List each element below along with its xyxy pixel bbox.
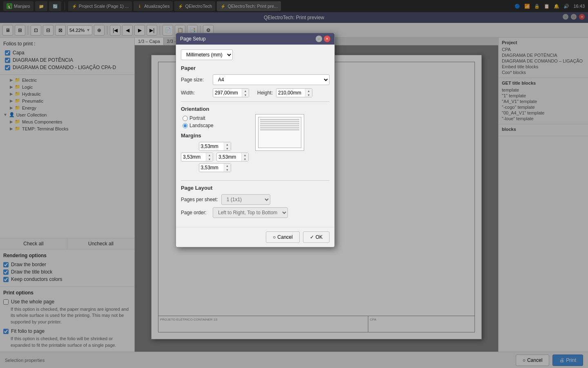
margin-top-arrows: ▲ ▼ bbox=[224, 142, 231, 150]
width-label: Width: bbox=[181, 90, 209, 96]
landscape-option[interactable]: Landscape bbox=[183, 123, 214, 128]
margin-top-up[interactable]: ▲ bbox=[224, 142, 231, 146]
dimensions-row: Width: ▲ ▼ Height: ▲ ▼ bbox=[181, 88, 330, 97]
divider-1 bbox=[181, 101, 330, 102]
page-order-label: Page order: bbox=[181, 210, 209, 215]
margin-left-spinbox: ▲ ▼ bbox=[181, 153, 213, 162]
margin-top-spinbox: ▲ ▼ bbox=[199, 142, 231, 151]
page-setup-dialog: Page Setup − ✕ Millimeters (mm) Inches (… bbox=[176, 33, 335, 247]
dialog-minimize-button[interactable]: − bbox=[316, 36, 322, 42]
page-layout-section: Page Layout Pages per sheet: 1 (1x1) 2 (… bbox=[181, 185, 330, 218]
orientation-row: Portrait bbox=[183, 115, 249, 121]
margin-left-input[interactable] bbox=[181, 153, 206, 161]
height-input[interactable] bbox=[276, 89, 305, 97]
margin-bottom-arrows: ▲ ▼ bbox=[224, 164, 231, 172]
margin-left-arrows: ▲ ▼ bbox=[206, 153, 213, 161]
thumb-line-4 bbox=[260, 125, 299, 126]
height-label: Height: bbox=[252, 90, 273, 96]
orientation-section: Orientation Portrait Landscape bbox=[181, 106, 249, 172]
dialog-title-text: Page Setup bbox=[180, 36, 206, 42]
margin-right-down[interactable]: ▼ bbox=[242, 157, 248, 161]
paper-group-title: Paper bbox=[181, 65, 330, 71]
width-arrows: ▲ ▼ bbox=[242, 89, 249, 97]
margin-bottom-input[interactable] bbox=[199, 164, 224, 172]
width-up-button[interactable]: ▲ bbox=[242, 89, 249, 93]
dialog-cancel-label: Cancel bbox=[277, 234, 292, 240]
margin-top-down[interactable]: ▼ bbox=[224, 146, 231, 150]
height-arrows: ▲ ▼ bbox=[305, 89, 312, 97]
dialog-cancel-button[interactable]: ○ Cancel bbox=[266, 231, 300, 243]
margin-bottom-down[interactable]: ▼ bbox=[224, 168, 231, 172]
thumbnail-inner bbox=[258, 117, 301, 148]
orientation-container: Orientation Portrait Landscape bbox=[181, 106, 330, 176]
divider-2 bbox=[181, 180, 330, 181]
units-select-row: Millimeters (mm) Inches (in) Points (pt) bbox=[181, 49, 330, 60]
dialog-footer: ○ Cancel ✓ OK bbox=[176, 227, 334, 247]
thumb-line-2 bbox=[260, 121, 299, 122]
margin-top-input[interactable] bbox=[199, 142, 224, 150]
portrait-radio[interactable] bbox=[183, 116, 188, 121]
margin-bottom-spinbox: ▲ ▼ bbox=[199, 163, 231, 172]
page-size-label: Page size: bbox=[181, 77, 209, 83]
margins-inputs: ▲ ▼ ▲ ▼ bbox=[181, 142, 249, 172]
dialog-title-controls: − ✕ bbox=[316, 36, 330, 42]
page-order-select[interactable]: Left to Right, Top to Bottom Right to Le… bbox=[213, 207, 288, 218]
margin-right-up[interactable]: ▲ bbox=[242, 153, 248, 157]
height-spinbox: ▲ ▼ bbox=[276, 88, 312, 97]
landscape-label: Landscape bbox=[189, 123, 214, 128]
thumb-line-6 bbox=[260, 129, 299, 130]
landscape-row: Landscape bbox=[183, 123, 249, 128]
page-layout-title: Page Layout bbox=[181, 185, 330, 191]
dialog-body: Millimeters (mm) Inches (in) Points (pt)… bbox=[176, 45, 334, 227]
margin-right-arrows: ▲ ▼ bbox=[241, 153, 248, 161]
thumb-line-1 bbox=[260, 119, 299, 120]
margin-left-up[interactable]: ▲ bbox=[206, 153, 213, 157]
portrait-label: Portrait bbox=[189, 115, 205, 121]
orientation-group-title: Orientation bbox=[181, 106, 249, 112]
dialog-close-button[interactable]: ✕ bbox=[324, 36, 330, 42]
height-down-button[interactable]: ▼ bbox=[305, 93, 312, 97]
pages-per-sheet-label: Pages per sheet: bbox=[181, 197, 218, 202]
pages-per-sheet-select[interactable]: 1 (1x1) 2 (2x1) 4 (2x2) bbox=[221, 194, 270, 205]
width-input[interactable] bbox=[213, 89, 242, 97]
dialog-ok-icon: ✓ bbox=[310, 234, 314, 240]
orientation-preview-thumbnail bbox=[255, 114, 304, 151]
units-select[interactable]: Millimeters (mm) Inches (in) Points (pt) bbox=[181, 49, 233, 60]
dialog-ok-label: OK bbox=[316, 234, 323, 240]
margin-left-down[interactable]: ▼ bbox=[206, 157, 213, 161]
height-up-button[interactable]: ▲ bbox=[305, 89, 312, 93]
margin-lr-row: ▲ ▼ ▲ ▼ bbox=[181, 153, 249, 162]
margin-right-spinbox: ▲ ▼ bbox=[216, 153, 249, 162]
pages-per-sheet-row: Pages per sheet: 1 (1x1) 2 (2x1) 4 (2x2) bbox=[181, 194, 330, 205]
landscape-radio[interactable] bbox=[183, 123, 188, 128]
portrait-option[interactable]: Portrait bbox=[183, 115, 205, 121]
margin-right-input[interactable] bbox=[217, 153, 241, 161]
dialog-cancel-icon: ○ bbox=[273, 234, 276, 240]
dialog-overlay: Page Setup − ✕ Millimeters (mm) Inches (… bbox=[0, 0, 588, 368]
dialog-ok-button[interactable]: ✓ OK bbox=[303, 231, 330, 243]
dialog-title-bar: Page Setup − ✕ bbox=[176, 33, 334, 45]
page-order-row: Page order: Left to Right, Top to Bottom… bbox=[181, 207, 330, 218]
margins-section: Margins ▲ ▼ bbox=[181, 132, 249, 172]
thumb-line-3 bbox=[260, 123, 299, 124]
page-size-select[interactable]: A4 A3 A2 Letter bbox=[213, 74, 330, 85]
margins-title: Margins bbox=[181, 132, 249, 139]
page-size-row: Page size: A4 A3 A2 Letter bbox=[181, 74, 330, 85]
margin-bottom-up[interactable]: ▲ bbox=[224, 164, 231, 168]
width-down-button[interactable]: ▼ bbox=[242, 93, 249, 97]
thumb-line-5 bbox=[260, 127, 299, 128]
width-spinbox: ▲ ▼ bbox=[213, 88, 249, 97]
